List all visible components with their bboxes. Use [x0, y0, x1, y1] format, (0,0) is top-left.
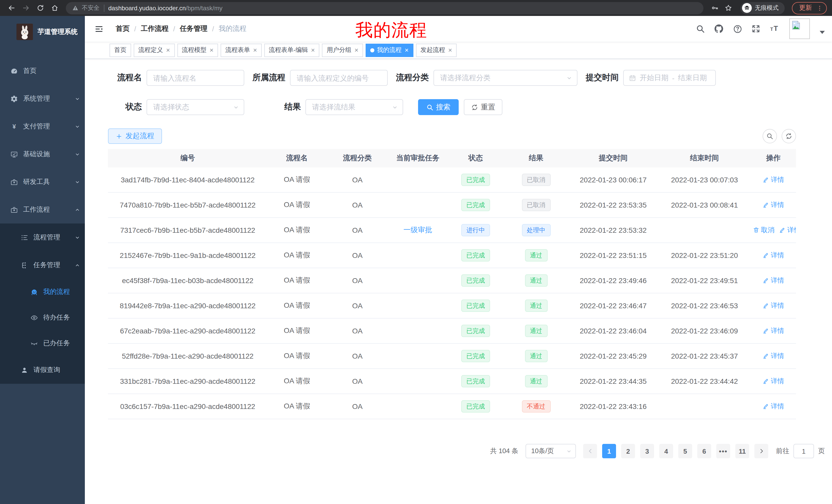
- create-process-button[interactable]: 发起流程: [108, 129, 162, 144]
- sidebar-collapse-icon[interactable]: [95, 24, 103, 33]
- action-detail-link[interactable]: 详情: [762, 200, 784, 209]
- close-icon[interactable]: ×: [355, 47, 358, 53]
- table-search-button[interactable]: [762, 129, 777, 143]
- sidebar-item-5[interactable]: 工作流程: [0, 196, 85, 223]
- action-detail-link[interactable]: 详情: [762, 376, 784, 386]
- action-detail-link[interactable]: 详情: [762, 251, 784, 260]
- browser-menu-dots-icon[interactable]: [816, 4, 823, 11]
- help-icon[interactable]: [733, 24, 743, 34]
- monitor-icon: [10, 150, 18, 158]
- action-cancel-link[interactable]: 取消: [753, 226, 774, 235]
- breadcrumb-item-1[interactable]: 工作流程: [141, 24, 169, 33]
- close-icon[interactable]: ×: [448, 47, 452, 53]
- page-button-6[interactable]: 6: [697, 444, 711, 458]
- tab-5[interactable]: 用户分组×: [322, 44, 363, 57]
- bookmark-star-icon[interactable]: [722, 2, 734, 14]
- filter-row-1: 流程名 所属流程 流程分类 请选择流程分类: [108, 70, 832, 86]
- table-row-0: 3ad174fb-7b9d-11ec-8404-acde48001122OA 请…: [108, 167, 796, 193]
- success-badge: 已完成: [461, 375, 490, 387]
- font-size-icon[interactable]: TT: [769, 24, 781, 34]
- fullscreen-icon[interactable]: [751, 24, 760, 33]
- close-icon[interactable]: ×: [311, 47, 315, 53]
- page-button-2[interactable]: 2: [621, 444, 635, 458]
- submit-time: 2022-01-23 00:06:17: [580, 176, 647, 184]
- github-icon[interactable]: [714, 24, 724, 34]
- primary-badge: 进行中: [461, 224, 490, 236]
- search-icon[interactable]: [696, 24, 705, 33]
- category-select[interactable]: 请选择流程分类: [434, 70, 577, 86]
- sidebar-item-11[interactable]: 请假查询: [0, 356, 85, 384]
- action-detail-link[interactable]: 详情: [762, 276, 784, 285]
- next-page-button[interactable]: [754, 444, 768, 458]
- app-logo[interactable]: 芋道管理系统: [0, 16, 85, 48]
- search-button[interactable]: 搜索: [418, 99, 459, 115]
- submit-time-daterange[interactable]: 开始日期 - 结束日期: [623, 70, 716, 86]
- breadcrumb-item-0[interactable]: 首页: [116, 24, 130, 33]
- reload-icon[interactable]: [34, 2, 46, 14]
- page-button-1[interactable]: 1: [602, 444, 616, 458]
- back-icon[interactable]: [5, 2, 18, 14]
- submit-time: 2022-01-22 23:49:46: [580, 276, 647, 285]
- current-task-link[interactable]: 一级审批: [404, 226, 432, 235]
- page-button-11[interactable]: 11: [735, 444, 749, 458]
- process-name: OA 请假: [284, 200, 310, 208]
- forward-icon[interactable]: [20, 2, 32, 14]
- breadcrumb-item-2[interactable]: 任务管理: [180, 24, 207, 33]
- sidebar-item-3[interactable]: 基础设施: [0, 140, 85, 168]
- status-placeholder: 请选择状态: [153, 103, 189, 112]
- sidebar-item-8[interactable]: 我的流程: [0, 279, 85, 305]
- sidebar-item-0[interactable]: 首页: [0, 57, 85, 85]
- process-name: OA 请假: [284, 175, 310, 184]
- tab-label: 用户分组: [327, 46, 352, 54]
- avatar-caret-icon[interactable]: [820, 31, 825, 34]
- sidebar-item-6[interactable]: 流程管理: [0, 223, 85, 251]
- action-detail-link[interactable]: 详情: [779, 226, 796, 235]
- page-button-3[interactable]: 3: [640, 444, 654, 458]
- table-refresh-button[interactable]: [782, 129, 796, 143]
- close-icon[interactable]: ×: [210, 47, 213, 53]
- tab-7[interactable]: 发起流程×: [416, 44, 457, 57]
- tab-0[interactable]: 首页: [109, 44, 131, 57]
- close-icon[interactable]: ×: [405, 47, 409, 53]
- page-size-value: 10条/页: [531, 446, 554, 456]
- address-bar[interactable]: 不安全 dashboard.yudao.iocoder.cn/bpm/task/…: [66, 2, 703, 14]
- filter-status: 状态 请选择状态: [117, 99, 244, 115]
- key-icon[interactable]: [709, 2, 721, 14]
- page-size-select[interactable]: 10条/页: [525, 444, 576, 458]
- sidebar-item-4[interactable]: 研发工具: [0, 168, 85, 196]
- close-icon[interactable]: ×: [253, 47, 257, 53]
- avatar[interactable]: [789, 19, 810, 39]
- home-icon[interactable]: [48, 2, 61, 14]
- tab-3[interactable]: 流程表单×: [220, 44, 261, 57]
- sidebar-item-7[interactable]: 任务管理: [0, 251, 85, 279]
- sidebar-item-1[interactable]: 系统管理: [0, 85, 85, 113]
- tab-4[interactable]: 流程表单-编辑×: [264, 44, 319, 57]
- prev-page-button[interactable]: [583, 444, 597, 458]
- process-def-input[interactable]: [290, 70, 388, 86]
- sidebar-item-2[interactable]: ¥支付管理: [0, 113, 85, 140]
- sidebar-item-9[interactable]: 待办任务: [0, 305, 85, 330]
- goto-page-input[interactable]: [794, 444, 814, 458]
- reset-button[interactable]: 重置: [464, 99, 502, 115]
- action-detail-link[interactable]: 详情: [762, 175, 784, 185]
- action-detail-link[interactable]: 详情: [762, 326, 784, 335]
- result-select[interactable]: 请选择流结果: [306, 99, 403, 115]
- tab-6[interactable]: 我的流程×: [366, 44, 413, 57]
- tab-1[interactable]: 流程定义×: [134, 44, 175, 57]
- page-button-5[interactable]: 5: [678, 444, 692, 458]
- close-icon[interactable]: ×: [166, 47, 170, 53]
- status-select[interactable]: 请选择状态: [147, 99, 244, 115]
- table-header: 编号流程名流程分类当前审批任务状态结果提交时间结束时间操作: [108, 149, 796, 167]
- tab-label: 流程模型: [182, 46, 206, 54]
- action-detail-link[interactable]: 详情: [762, 352, 784, 361]
- tab-2[interactable]: 流程模型×: [177, 44, 218, 57]
- action-detail-link[interactable]: 详情: [762, 402, 784, 411]
- update-button[interactable]: 更新: [792, 2, 827, 14]
- page-button-4[interactable]: 4: [659, 444, 673, 458]
- table-tools: [762, 129, 796, 143]
- sidebar-item-10[interactable]: 已办任务: [0, 330, 85, 356]
- more-pages-button[interactable]: •••: [716, 444, 730, 458]
- success-badge: 已完成: [461, 199, 490, 211]
- action-detail-link[interactable]: 详情: [762, 301, 784, 310]
- process-name-input[interactable]: [147, 70, 244, 86]
